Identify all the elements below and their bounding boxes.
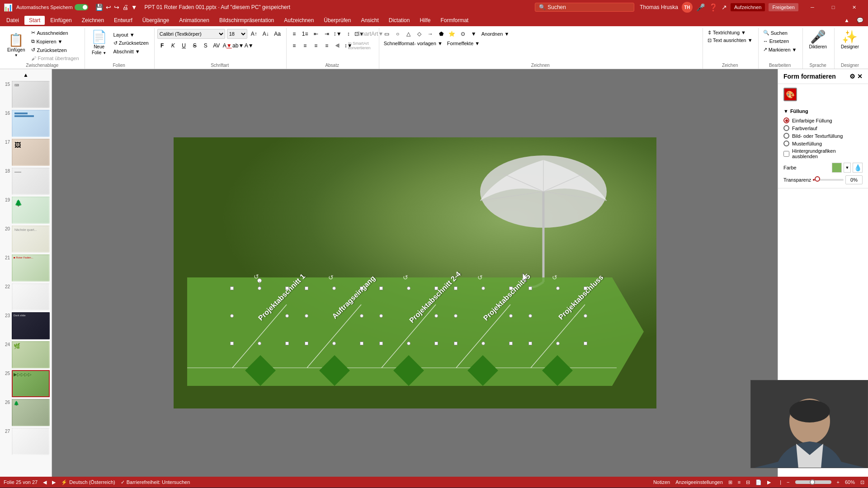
slide-thumb-24[interactable]: 24 🌿 (2, 341, 50, 368)
shape-1[interactable]: ▭ (382, 29, 392, 39)
font-size-select[interactable]: 18 (227, 29, 247, 39)
dictation-icon[interactable]: 🎤 (696, 3, 705, 12)
menu-datei[interactable]: Datei (2, 16, 24, 25)
handle-br[interactable] (285, 342, 289, 345)
slide-thumb-26[interactable]: 26 🌲 (2, 399, 50, 426)
shape-6[interactable]: ⬟ (436, 29, 446, 39)
menu-hilfe[interactable]: Hilfe (415, 16, 435, 25)
checkbox-hintergrund[interactable] (783, 151, 789, 157)
shape-5[interactable]: → (425, 29, 435, 39)
notes-view-icon[interactable]: 📄 (755, 479, 762, 485)
handle-tr[interactable] (285, 286, 289, 290)
clear-format-button[interactable]: Aa (273, 29, 283, 39)
accessibility-label[interactable]: Barrierefreiheit: Untersuchen (127, 479, 190, 485)
justify-button[interactable]: ≡ (322, 41, 332, 51)
handle-right[interactable] (285, 314, 289, 318)
aufzeichnen-btn[interactable]: Aufzeichnen (731, 3, 765, 11)
fill-option-farbverlauf[interactable]: Farbverlauf (783, 125, 863, 131)
font-name-select[interactable]: Calibri (Textkörper) (157, 29, 225, 39)
slide-panel-up[interactable]: ▲ (3, 72, 49, 78)
zuruecksetzen2-button[interactable]: ↺ Zurücksetzen (112, 39, 151, 47)
designer-button[interactable]: ✨ Designer (837, 29, 863, 51)
increase-font-button[interactable]: A↑ (249, 29, 259, 39)
transparency-input[interactable] (845, 175, 863, 184)
shapes-more[interactable]: ▼ (469, 29, 479, 39)
fill-option-muster[interactable]: Musterfüllung (783, 141, 863, 146)
suchen-button[interactable]: 🔍 Suchen (761, 29, 789, 37)
textausrichten-button[interactable]: ⊡ Text ausrichten ▼ (706, 37, 755, 44)
einfuegen-button[interactable]: 📋 Einfügen ▼ (4, 32, 28, 59)
font-color2-button[interactable]: A▼ (244, 41, 254, 51)
abschnitt-button[interactable]: Abschnitt ▼ (112, 48, 151, 55)
menu-ueberpruefen[interactable]: Überprüfen (319, 16, 355, 25)
slide-thumb-18[interactable]: 18 ═══ (2, 168, 50, 195)
outline-view-icon[interactable]: ≡ (738, 479, 741, 485)
reading-view-icon[interactable]: ▶ (767, 479, 771, 485)
eyedropper-button[interactable]: 💧 (853, 163, 863, 173)
ribbon-collapse-icon[interactable]: ▲ (841, 16, 852, 25)
handle-tl[interactable] (230, 286, 234, 290)
increase-indent-button[interactable]: ⇥ (322, 29, 332, 39)
notes-button[interactable]: Notizen (653, 479, 670, 485)
zoom-slider[interactable] (795, 480, 831, 484)
slide-thumb-25[interactable]: 25 ▶▷▷▷▷ (2, 370, 50, 397)
char-spacing-button[interactable]: AV (212, 41, 222, 51)
highlight-button[interactable]: ab▼ (233, 41, 243, 51)
close-button[interactable]: ✕ (844, 0, 864, 14)
slide-thumb-17[interactable]: 17 🖼 (2, 139, 50, 166)
comments-icon[interactable]: 💬 (854, 16, 866, 25)
format-uebertragen-button[interactable]: 🖌 Format übertragen (29, 55, 80, 62)
menu-start[interactable]: Start (24, 16, 45, 25)
shape-2[interactable]: ○ (393, 29, 403, 39)
redo-icon[interactable]: ↪ (114, 4, 119, 11)
fill-option-hintergrund[interactable]: Hintergrundgrafiken ausblenden (783, 148, 863, 159)
transparency-slider[interactable] (813, 179, 844, 181)
zoom-out-button[interactable]: − (787, 479, 789, 485)
menu-entwurf[interactable]: Entwurf (109, 16, 137, 25)
columns-button[interactable]: ⫷ (333, 41, 343, 51)
decrease-indent-button[interactable]: ⇤ (311, 29, 321, 39)
menu-ansicht[interactable]: Ansicht (356, 16, 383, 25)
handle-bottom[interactable] (258, 342, 261, 345)
print-icon[interactable]: 🖨 (122, 4, 128, 11)
normal-view-icon[interactable]: ⊞ (728, 479, 732, 485)
autosave-toggle[interactable] (75, 4, 88, 10)
slide-thumb-21[interactable]: 21 ■ Roter Faden... (2, 254, 50, 282)
ausschneiden-button[interactable]: ✂ Ausschneiden (29, 29, 80, 37)
zuruecksetzen-button[interactable]: ↺ Zurücksetzen (29, 46, 80, 54)
slide-nav-prev[interactable]: ◀ (43, 479, 47, 485)
text-dir-button[interactable]: ↕ (344, 29, 354, 39)
handle-bl[interactable] (230, 342, 234, 345)
textrichtung-button[interactable]: ⇕ Textrichtung ▼ (706, 29, 748, 37)
shape-8[interactable]: ⊙ (458, 29, 468, 39)
formeffekte-button[interactable]: Formeffekte ▼ (445, 40, 481, 47)
slide-thumb-27[interactable]: 27 (2, 428, 50, 455)
slidesorter-icon[interactable]: ⊟ (746, 479, 750, 485)
fill-option-einfarbig[interactable]: Einfarbige Füllung (783, 117, 863, 123)
font-color-button[interactable]: A▼ (222, 41, 232, 51)
underline-button[interactable]: U (179, 41, 189, 51)
slide-thumb-16[interactable]: 16 (2, 110, 50, 137)
filling-section-title[interactable]: ▼ Füllung (783, 108, 863, 114)
shadow-button[interactable]: S (201, 41, 211, 51)
ersetzen-button[interactable]: ↔ Ersetzen (761, 38, 791, 45)
schnellformatvorlagen-button[interactable]: Schnellformat- vorlagen ▼ (382, 40, 444, 47)
align-right-button[interactable]: ≡ (311, 41, 321, 51)
menu-uebergaenge[interactable]: Übergänge (138, 16, 174, 25)
zoom-in-button[interactable]: + (837, 479, 840, 485)
slide-thumb-20[interactable]: 20 Nächste quart... (2, 225, 50, 253)
cols-button[interactable]: ⫶▼ (333, 29, 343, 39)
bold-button[interactable]: F (157, 41, 167, 51)
numbering-button[interactable]: 1≡ (300, 29, 310, 39)
menu-dictation[interactable]: Dictation (384, 16, 415, 25)
diktieren-button[interactable]: 🎤 Diktieren (806, 29, 830, 51)
search-box[interactable]: 🔍 Suchen (535, 3, 634, 12)
maximize-button[interactable]: □ (823, 0, 844, 14)
align-left-button[interactable]: ≡ (289, 41, 299, 51)
save-icon[interactable]: 💾 (95, 4, 103, 11)
slide-nav-next[interactable]: ▶ (52, 479, 56, 485)
bullets-button[interactable]: ≡ (289, 29, 299, 39)
canvas-area[interactable]: Projektabschnitt 1 ↺ (52, 69, 778, 477)
markieren-button[interactable]: ↗ Markieren ▼ (761, 46, 799, 53)
shape-4[interactable]: ◇ (415, 29, 425, 39)
